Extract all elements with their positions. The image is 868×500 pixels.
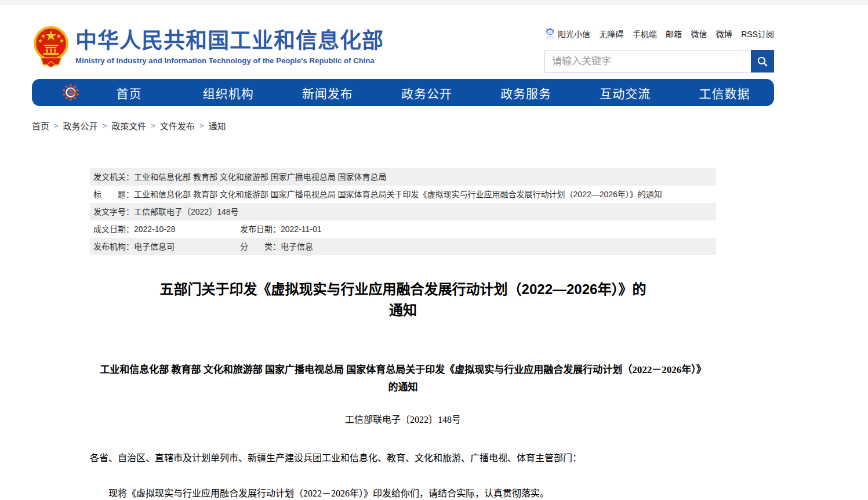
link-sunshine-assistant[interactable]: 阳光小信: [544, 27, 590, 40]
breadcrumb-notice[interactable]: 通知: [208, 119, 226, 132]
article-doc-number: 工信部联电子〔2022〕148号: [90, 412, 716, 426]
article-subtitle-line-1: 工业和信息化部 教育部 文化和旅游部 国家广播电视总局 国家体育总局关于印发《虚…: [90, 361, 716, 379]
meta-pair-publisher: 发布机构： 电子信息司: [93, 238, 240, 255]
meta-value: 电子信息: [281, 238, 313, 255]
meta-value: 2022-11-01: [281, 220, 322, 238]
meta-value: 电子信息司: [134, 238, 175, 255]
meta-value: 工业和信息化部 教育部 文化和旅游部 国家广播电视总局 国家体育总局关于印发《虚…: [134, 186, 662, 203]
search-button[interactable]: [751, 50, 774, 73]
meta-value: 2022-10-28: [134, 220, 176, 238]
article-subtitle-line-2: 的通知: [90, 379, 716, 396]
meta-label: 发文字号：: [93, 203, 134, 220]
breadcrumb-home[interactable]: 首页: [32, 119, 49, 132]
nav-item-organization[interactable]: 组织机构: [179, 84, 278, 102]
link-mail[interactable]: 邮箱: [666, 28, 682, 39]
nav-item-interaction[interactable]: 互动交流: [576, 84, 675, 102]
link-mobile[interactable]: 手机端: [633, 28, 657, 39]
meta-row-doc-number: 发文字号： 工信部联电子〔2022〕148号: [90, 203, 716, 220]
meta-row-issuing-authority: 发文机关： 工业和信息化部 教育部 文化和旅游部 国家广播电视总局 国家体育总局: [90, 168, 716, 186]
main-nav: 首页 组织机构 新闻发布 政务公开 政务服务 互动交流 工信数据: [32, 79, 774, 106]
nav-items: 首页 组织机构 新闻发布 政务公开 政务服务 互动交流 工信数据: [79, 84, 774, 102]
site-brand[interactable]: 中华人民共和国工业和信息化部 Ministry of Industry and …: [32, 26, 384, 68]
meta-label: 发布日期：: [240, 220, 281, 238]
nav-item-gov-disclosure[interactable]: 政务公开: [377, 84, 476, 102]
meta-pair-category: 分 类： 电子信息: [240, 238, 313, 255]
breadcrumb-gov-disclosure[interactable]: 政务公开: [63, 119, 98, 132]
breadcrumb-separator: >: [103, 121, 107, 130]
article-body: 五部门关于印发《虚拟现实与行业应用融合发展行动计划（2022—2026年）》的 …: [90, 279, 716, 499]
document-meta-table: 发文机关： 工业和信息化部 教育部 文化和旅游部 国家广播电视总局 国家体育总局…: [90, 168, 716, 255]
breadcrumb: 首页 > 政务公开 > 政策文件 > 文件发布 > 通知: [32, 119, 774, 132]
link-weibo[interactable]: 微博: [716, 28, 732, 39]
ministry-title-cn: 中华人民共和国工业和信息化部: [75, 30, 384, 53]
search-input[interactable]: [545, 50, 751, 72]
meta-label: 分 类：: [240, 238, 281, 255]
search-icon: [757, 56, 768, 67]
meta-pair-written-date: 成文日期： 2022-10-28: [93, 220, 240, 238]
link-accessibility[interactable]: 无障碍: [599, 28, 623, 39]
article-paragraph-recipients: 各省、自治区、直辖市及计划单列市、新疆生产建设兵团工业和信息化、教育、文化和旅游…: [90, 452, 716, 464]
search-bar: [544, 50, 774, 73]
meta-label: 标 题：: [93, 186, 134, 203]
breadcrumb-document-release[interactable]: 文件发布: [160, 119, 195, 132]
breadcrumb-separator: >: [151, 121, 155, 130]
breadcrumb-policy-documents[interactable]: 政策文件: [111, 119, 146, 132]
nav-item-gov-services[interactable]: 政务服务: [477, 84, 576, 102]
breadcrumb-separator: >: [54, 121, 59, 130]
meta-row-publisher-category: 发布机构： 电子信息司 分 类： 电子信息: [90, 238, 716, 255]
miit-gear-icon: [62, 84, 79, 102]
meta-row-title: 标 题： 工业和信息化部 教育部 文化和旅游部 国家广播电视总局 国家体育总局关…: [90, 186, 716, 203]
nav-item-news[interactable]: 新闻发布: [278, 84, 377, 102]
article-content: 发文机关： 工业和信息化部 教育部 文化和旅游部 国家广播电视总局 国家体育总局…: [32, 168, 774, 499]
top-utility-bar: [0, 0, 868, 5]
link-wechat[interactable]: 微信: [691, 28, 707, 39]
ministry-title-en: Ministry of Industry and Information Tec…: [75, 56, 384, 65]
brand-text: 中华人民共和国工业和信息化部 Ministry of Industry and …: [75, 26, 384, 65]
meta-row-dates: 成文日期： 2022-10-28 发布日期： 2022-11-01: [90, 220, 716, 238]
quick-links: 阳光小信 无障碍 手机端 邮箱 微信 微博 RSS订阅: [544, 27, 774, 40]
meta-label: 发布机构：: [93, 238, 134, 255]
article-title: 五部门关于印发《虚拟现实与行业应用融合发展行动计划（2022—2026年）》的 …: [90, 279, 716, 321]
nav-item-home[interactable]: 首页: [79, 84, 179, 102]
national-emblem-icon: [32, 26, 70, 68]
sunshine-assistant-icon: [544, 27, 555, 40]
article-title-line-2: 通知: [90, 300, 716, 321]
breadcrumb-separator: >: [199, 121, 204, 130]
article-title-line-1: 五部门关于印发《虚拟现实与行业应用融合发展行动计划（2022—2026年）》的: [90, 279, 716, 300]
meta-label: 发文机关：: [93, 168, 134, 186]
site-header: 中华人民共和国工业和信息化部 Ministry of Industry and …: [32, 5, 774, 73]
article-subtitle: 工业和信息化部 教育部 文化和旅游部 国家广播电视总局 国家体育总局关于印发《虚…: [90, 361, 716, 396]
nav-item-miit-data[interactable]: 工信数据: [675, 84, 774, 102]
header-right: 阳光小信 无障碍 手机端 邮箱 微信 微博 RSS订阅: [544, 26, 774, 73]
article-paragraph-instruction: 现将《虚拟现实与行业应用融合发展行动计划（2022－2026年）》印发给你们，请…: [90, 488, 716, 499]
meta-value: 工信部联电子〔2022〕148号: [134, 203, 239, 220]
link-rss[interactable]: RSS订阅: [741, 28, 774, 39]
meta-label: 成文日期：: [93, 220, 134, 238]
meta-value: 工业和信息化部 教育部 文化和旅游部 国家广播电视总局 国家体育总局: [134, 168, 387, 186]
meta-pair-publish-date: 发布日期： 2022-11-01: [240, 220, 322, 238]
link-sunshine-assistant-label: 阳光小信: [558, 28, 590, 39]
